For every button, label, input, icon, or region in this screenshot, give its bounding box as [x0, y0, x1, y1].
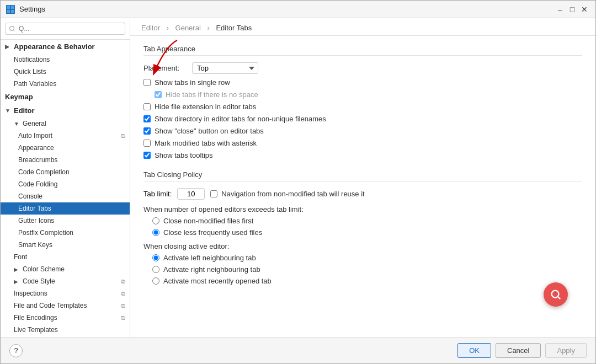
- sidebar-item-label: Font: [14, 253, 27, 261]
- placement-select[interactable]: Top Bottom Left Right: [192, 62, 258, 74]
- sidebar-item-inspections[interactable]: Inspections ⧉: [1, 287, 130, 299]
- breadcrumb-sep1: ›: [167, 24, 171, 32]
- left-neighbour-label[interactable]: Activate left neighbouring tab: [163, 254, 256, 262]
- sidebar-category-appearance-behavior[interactable]: ▶ Appearance & Behavior: [1, 40, 130, 53]
- hide-extension-label[interactable]: Hide file extension in editor tabs: [155, 103, 256, 111]
- sidebar-item-font[interactable]: Font: [1, 251, 130, 263]
- sidebar-item-breadcrumbs[interactable]: Breadcrumbs: [1, 154, 130, 166]
- sidebar-item-label: Postfix Completion: [18, 229, 73, 237]
- sidebar-item-label: Smart Keys: [18, 241, 52, 249]
- show-close-label[interactable]: Show "close" button on editor tabs: [155, 127, 264, 135]
- checkbox-show-close: Show "close" button on editor tabs: [143, 127, 582, 135]
- sidebar-item-label: Live Templates: [14, 326, 58, 334]
- sidebar-item-general[interactable]: ▼ General: [1, 117, 130, 130]
- show-directory-label[interactable]: Show directory in editor tabs for non-un…: [155, 115, 326, 123]
- sidebar-item-label: Keymap: [5, 93, 33, 101]
- help-button[interactable]: ?: [9, 344, 23, 357]
- most-recent-radio[interactable]: [152, 277, 159, 285]
- sidebar-item-postfix-completion[interactable]: Postfix Completion: [1, 227, 130, 239]
- show-single-row-checkbox[interactable]: [143, 79, 151, 86]
- sidebar-item-path-variables[interactable]: Path Variables: [1, 78, 130, 90]
- mark-modified-checkbox[interactable]: [143, 140, 151, 147]
- sidebar-item-gutter-icons[interactable]: Gutter Icons: [1, 215, 130, 227]
- tab-limit-input[interactable]: [177, 188, 205, 200]
- sidebar-item-editor-tabs[interactable]: Editor Tabs: [1, 202, 130, 215]
- expand-arrow-code-style: ▶: [14, 279, 20, 285]
- settings-content: Tab Appearance Placement: Top Bottom Lef…: [130, 36, 595, 337]
- checkbox-hide-extension: Hide file extension in editor tabs: [143, 103, 582, 111]
- sidebar-item-appearance[interactable]: Appearance: [1, 142, 130, 154]
- hide-extension-checkbox[interactable]: [143, 103, 151, 110]
- close-nonmodified-label[interactable]: Close non-modified files first: [163, 217, 253, 225]
- sidebar-item-console[interactable]: Console: [1, 190, 130, 202]
- hide-tabs-label[interactable]: Hide tabs if there is no space: [166, 90, 258, 99]
- cancel-button[interactable]: Cancel: [496, 343, 541, 358]
- expand-arrow: ▶: [5, 44, 12, 50]
- sidebar-section-editor: ▼ Editor ▼ General Auto Import ⧉ Appeara…: [1, 104, 130, 251]
- navigation-reuse-row: Navigation from non-modified tab will re…: [210, 190, 364, 198]
- tab-limit-row: Tab limit: Navigation from non-modified …: [143, 188, 582, 200]
- copy-icon-code-style: ⧉: [121, 278, 125, 285]
- navigation-reuse-label[interactable]: Navigation from non-modified tab will re…: [221, 190, 364, 198]
- right-neighbour-radio[interactable]: [152, 266, 159, 273]
- when-exceeded-label: When number of opened editors exceeds ta…: [143, 205, 582, 213]
- settings-window: Settings – □ ✕ ▶ Appearance & Behavior N…: [0, 0, 596, 364]
- sidebar-item-smart-keys[interactable]: Smart Keys: [1, 239, 130, 251]
- sidebar-item-code-completion[interactable]: Code Completion: [1, 166, 130, 178]
- show-tooltips-label[interactable]: Show tabs tooltips: [155, 151, 213, 159]
- radio-most-recent: Activate most recently opened tab: [152, 277, 582, 285]
- checkbox-single-row: Show tabs in single row: [143, 78, 582, 87]
- checkbox-show-tooltips: Show tabs tooltips: [143, 151, 582, 159]
- radio-left-neighbour: Activate left neighbouring tab: [152, 254, 582, 262]
- when-closing-label: When closing active editor:: [143, 242, 582, 250]
- close-less-frequent-label[interactable]: Close less frequently used files: [163, 228, 262, 237]
- most-recent-label[interactable]: Activate most recently opened tab: [163, 277, 272, 285]
- apply-button[interactable]: Apply: [545, 343, 587, 358]
- sidebar-item-label: Code Style: [23, 277, 55, 285]
- radio-close-nonmodified: Close non-modified files first: [152, 217, 582, 225]
- sidebar-item-label: Path Variables: [14, 80, 56, 88]
- ok-button[interactable]: OK: [457, 343, 491, 358]
- maximize-button[interactable]: □: [567, 4, 578, 15]
- svg-point-4: [552, 291, 559, 298]
- sidebar-item-file-encodings[interactable]: File Encodings ⧉: [1, 312, 130, 324]
- sidebar-item-code-style[interactable]: ▶ Code Style ⧉: [1, 275, 130, 287]
- svg-rect-3: [11, 9, 14, 13]
- sidebar-item-label: Code Folding: [18, 180, 57, 188]
- show-tooltips-checkbox[interactable]: [143, 152, 151, 159]
- search-input[interactable]: [5, 23, 125, 35]
- show-close-checkbox[interactable]: [143, 127, 151, 135]
- sidebar-item-file-code-templates[interactable]: File and Code Templates ⧉: [1, 299, 130, 312]
- navigation-reuse-checkbox[interactable]: [210, 190, 217, 197]
- hide-tabs-checkbox[interactable]: [155, 91, 162, 98]
- sidebar-item-code-folding[interactable]: Code Folding: [1, 178, 130, 190]
- sidebar-item-label: Editor: [14, 106, 35, 115]
- search-fab-button[interactable]: [544, 282, 568, 307]
- mark-modified-label[interactable]: Mark modified tabs with asterisk: [155, 139, 257, 147]
- sidebar-item-label: Color Scheme: [23, 265, 65, 273]
- close-less-frequent-radio[interactable]: [152, 229, 159, 236]
- sidebar-category-editor[interactable]: ▼ Editor: [1, 104, 130, 117]
- sidebar-item-notifications[interactable]: Notifications: [1, 53, 130, 66]
- show-directory-checkbox[interactable]: [143, 115, 151, 122]
- checkbox-mark-modified: Mark modified tabs with asterisk: [143, 139, 582, 147]
- sidebar-item-label: Quick Lists: [14, 68, 46, 76]
- close-nonmodified-radio[interactable]: [152, 217, 159, 224]
- sidebar-section-keymap: Keymap: [1, 90, 130, 104]
- minimize-button[interactable]: –: [555, 4, 566, 15]
- closing-options: Activate left neighbouring tab Activate …: [152, 254, 582, 285]
- breadcrumb-current: Editor Tabs: [216, 24, 252, 32]
- close-button[interactable]: ✕: [579, 4, 590, 15]
- main-content: ▶ Appearance & Behavior Notifications Qu…: [1, 18, 595, 337]
- right-neighbour-label[interactable]: Activate right neighbouring tab: [163, 265, 260, 274]
- left-neighbour-radio[interactable]: [152, 254, 159, 261]
- sidebar-item-auto-import[interactable]: Auto Import ⧉: [1, 130, 130, 142]
- sidebar-item-quick-lists[interactable]: Quick Lists: [1, 66, 130, 78]
- sidebar-item-color-scheme[interactable]: ▶ Color Scheme: [1, 263, 130, 275]
- copy-icon: ⧉: [121, 132, 125, 140]
- sidebar-category-keymap[interactable]: Keymap: [1, 90, 130, 104]
- action-buttons: OK Cancel Apply: [457, 343, 587, 358]
- sidebar-item-live-templates[interactable]: Live Templates: [1, 324, 130, 336]
- show-single-row-label[interactable]: Show tabs in single row: [155, 78, 230, 87]
- sidebar-item-label: General: [23, 120, 46, 127]
